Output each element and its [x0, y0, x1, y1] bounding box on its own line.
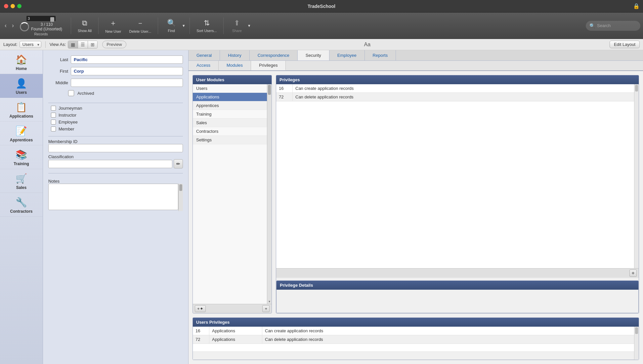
tab-security[interactable]: Security [298, 50, 329, 60]
employee-checkbox[interactable] [51, 120, 56, 125]
list-item-sales[interactable]: Sales [193, 119, 272, 127]
journeyman-label: Journeyman [59, 106, 82, 111]
instructor-row: Instructor [48, 113, 183, 118]
layout-bar: Layout: Users View As: ▦ ☰ ⊞ Preview Aa … [0, 39, 643, 50]
last-name-row: Last [48, 55, 183, 64]
tabs-secondary: Access Modules Privileges [189, 61, 643, 71]
first-name-input[interactable] [71, 67, 183, 75]
right-panel: General History Correspondence Security … [189, 50, 643, 364]
privilege-details-panel: Privilege Details [276, 280, 639, 313]
list-item-training[interactable]: Training [193, 110, 272, 119]
list-item-applications[interactable]: Applications [193, 93, 272, 101]
instructor-label: Instructor [59, 113, 76, 118]
separator-1 [71, 18, 71, 34]
tab-general[interactable]: General [189, 50, 220, 60]
tab-history[interactable]: History [220, 50, 249, 60]
user-modules-list: Users Applications Apprentices Training … [193, 84, 272, 304]
nav-buttons: ‹ › [3, 21, 16, 30]
show-all-label: Show All [78, 29, 92, 33]
preview-button[interactable]: Preview [102, 41, 126, 48]
edit-layout-button[interactable]: Edit Layout [610, 41, 640, 48]
btable-module-16: Applications [209, 327, 262, 335]
sidebar-label-apprentices: Apprentices [10, 138, 33, 142]
tab-employee[interactable]: Employee [329, 50, 365, 60]
view-list-button[interactable]: ☰ [78, 41, 88, 48]
sidebar-item-training[interactable]: 📚 Training [0, 145, 43, 169]
new-user-button[interactable]: ＋ New User [102, 15, 124, 37]
archived-checkbox[interactable] [68, 90, 74, 96]
sidebar-item-apprentices[interactable]: 📝 Apprentices [0, 122, 43, 145]
tab-reports[interactable]: Reports [365, 50, 396, 60]
view-table-button[interactable]: ⊞ [88, 41, 97, 48]
list-item-apprentices[interactable]: Apprentices [193, 101, 272, 110]
sidebar-item-users[interactable]: 👤 Users [0, 74, 43, 98]
share-button[interactable]: ⬆ Share [227, 15, 247, 37]
privileges-add-button[interactable]: + [629, 270, 637, 277]
tables-area: User Modules Users Applications Apprenti… [189, 71, 643, 364]
classification-edit-button[interactable]: ✏ [174, 159, 183, 168]
notes-scroll-thumb [179, 184, 182, 191]
apprentices-icon: 📝 [16, 126, 27, 136]
classification-input[interactable] [48, 160, 172, 168]
delete-user-button[interactable]: － Delete User... [126, 15, 155, 37]
member-checkbox[interactable] [51, 127, 56, 131]
users-privileges-panel: Users Privileges 16 Applications Can cre… [193, 317, 639, 360]
view-form-button[interactable]: ▦ [68, 41, 78, 48]
btable-scroll-thumb [635, 327, 638, 334]
tab-correspondence[interactable]: Correspondence [250, 50, 298, 60]
first-label: First [48, 69, 68, 74]
sidebar-item-home[interactable]: 🏠 Home [0, 50, 43, 74]
modules-scrollbar[interactable]: ▾ [267, 84, 272, 304]
share-group: ⬆ Share ▾ [227, 15, 252, 37]
notes-textarea[interactable] [48, 184, 178, 210]
find-group: 🔍 Find ▾ [161, 15, 186, 37]
list-item-contractors[interactable]: Contractors [193, 127, 272, 136]
sidebar-label-home: Home [16, 66, 27, 71]
middle-name-input[interactable] [71, 79, 183, 87]
delete-user-label: Delete User... [129, 29, 151, 33]
member-row: Member [48, 127, 183, 131]
search-input[interactable] [597, 23, 637, 28]
list-item-users[interactable]: Users [193, 84, 272, 93]
middle-name-row: Middle [48, 79, 183, 87]
find-dropdown-button[interactable]: ▾ [181, 15, 186, 37]
sort-users-button[interactable]: ⇅ Sort Users... [193, 15, 220, 37]
notes-scrollbar[interactable] [178, 184, 183, 211]
users-icon: 👤 [16, 78, 27, 89]
instructor-checkbox[interactable] [51, 113, 56, 118]
minimize-button[interactable] [11, 4, 15, 8]
show-all-button[interactable]: ⧉ Show All [74, 15, 95, 37]
priv-row-72: 72 Can delete application records [276, 93, 639, 101]
journeyman-checkbox[interactable] [51, 106, 56, 111]
tab-modules[interactable]: Modules [219, 61, 251, 70]
sidebar-item-sales[interactable]: 🛒 Sales [0, 169, 43, 193]
new-user-label: New User [105, 29, 121, 33]
view-buttons: ▦ ☰ ⊞ [68, 41, 98, 49]
fullscreen-button[interactable] [17, 4, 21, 8]
layout-select[interactable]: Users [20, 41, 41, 48]
search-box-icon: 🔍 [589, 23, 595, 28]
close-button[interactable] [4, 4, 8, 8]
tab-access[interactable]: Access [189, 61, 219, 70]
records-slider[interactable]: 3 [26, 16, 56, 21]
forward-button[interactable]: › [10, 21, 16, 30]
list-item-settings[interactable]: Settings [193, 136, 272, 144]
modules-add-combo-button[interactable]: +✦ [195, 305, 206, 312]
back-button[interactable]: ‹ [3, 21, 9, 30]
sidebar-item-contractors[interactable]: 🔧 Contractors [0, 193, 43, 217]
find-button[interactable]: 🔍 Find [161, 15, 181, 37]
tab-privileges[interactable]: Privileges [251, 61, 286, 70]
find-label: Find [168, 29, 175, 33]
training-icon: 📚 [16, 149, 27, 160]
modules-add-button[interactable]: + [262, 305, 270, 312]
sidebar-item-applications[interactable]: 📋 Applications [0, 98, 43, 122]
share-dropdown-button[interactable]: ▾ [247, 15, 252, 37]
btable-scrollbar[interactable] [634, 327, 639, 360]
last-name-input[interactable] [71, 55, 183, 64]
membership-id-input[interactable] [48, 144, 183, 152]
notes-section: Notes [48, 179, 183, 211]
membership-id-section: Membership ID [48, 139, 183, 152]
privileges-scrollbar[interactable] [634, 84, 639, 268]
slider-handle[interactable] [50, 17, 54, 22]
records-fraction: 3 / 110 [41, 22, 53, 27]
